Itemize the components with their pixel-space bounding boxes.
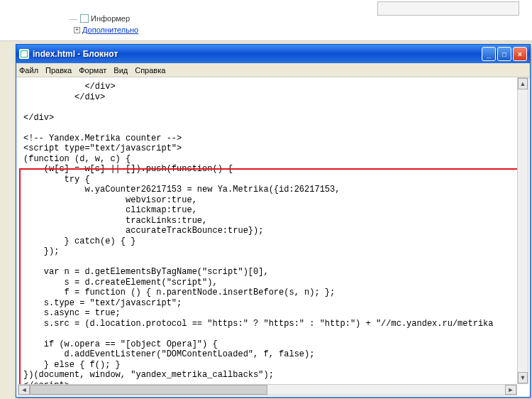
menu-format[interactable]: Формат <box>79 66 106 75</box>
background-browser-area: — Информер + Дополнительно <box>0 0 532 41</box>
browser-toolbar-stub <box>377 1 519 16</box>
expand-plus-icon[interactable]: + <box>74 27 80 33</box>
scroll-left-icon[interactable]: ◄ <box>18 385 30 395</box>
minimize-icon: _ <box>487 50 491 58</box>
menu-help[interactable]: Справка <box>135 66 165 75</box>
tree-item-additional[interactable]: + Дополнительно <box>74 26 138 34</box>
tree-dash-icon: — <box>70 14 77 23</box>
vertical-scrollbar[interactable]: ▲ ▼ <box>517 77 528 384</box>
window-title: index.html - Блокнот <box>33 49 482 59</box>
close-button[interactable]: × <box>513 47 527 61</box>
notepad-app-icon <box>19 49 29 59</box>
maximize-icon: □ <box>502 50 506 58</box>
scroll-v-track[interactable] <box>518 89 528 372</box>
menu-edit[interactable]: Правка <box>45 66 72 75</box>
minimize-button[interactable]: _ <box>482 47 496 61</box>
horizontal-scrollbar[interactable]: ◄ ► <box>18 384 517 395</box>
close-icon: × <box>518 50 522 58</box>
maximize-button[interactable]: □ <box>497 47 511 61</box>
tree-item-link[interactable]: Дополнительно <box>82 26 138 34</box>
tree-item-label: Информер <box>91 14 130 23</box>
tree-item-informer[interactable]: — Информер <box>70 14 130 23</box>
scroll-up-icon[interactable]: ▲ <box>518 78 528 89</box>
scroll-right-icon[interactable]: ► <box>505 385 516 395</box>
menu-view[interactable]: Вид <box>113 66 128 75</box>
scroll-down-icon[interactable]: ▼ <box>518 372 528 383</box>
scroll-h-track[interactable] <box>30 385 505 395</box>
text-area[interactable]: </div> </div> </div> <!-- Yandex.Metrika… <box>18 77 528 384</box>
menubar: Файл Правка Формат Вид Справка <box>16 63 530 77</box>
page-icon <box>80 14 89 23</box>
notepad-window: index.html - Блокнот _ □ × Файл Правка Ф… <box>16 44 531 398</box>
menu-file[interactable]: Файл <box>19 66 38 75</box>
scroll-h-thumb[interactable] <box>30 385 267 395</box>
window-buttons: _ □ × <box>482 47 527 61</box>
code-content[interactable]: </div> </div> </div> <!-- Yandex.Metrika… <box>18 77 528 384</box>
titlebar[interactable]: index.html - Блокнот _ □ × <box>16 45 530 63</box>
